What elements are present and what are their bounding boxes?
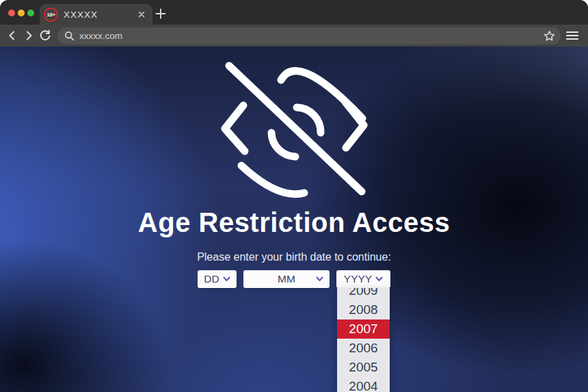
bookmark-star-icon[interactable] [544,30,555,42]
chevron-down-icon [375,276,383,282]
url-text: xxxxx.com [79,31,544,41]
menu-icon[interactable] [565,29,580,42]
close-tab-icon[interactable] [136,9,147,20]
search-icon [64,31,75,41]
year-option[interactable]: 2009 [337,288,390,300]
birthdate-form: DD MM YYYY [198,270,390,288]
month-select-value: MM [278,273,295,285]
back-icon[interactable] [5,29,19,42]
eye-slash-icon [224,65,364,202]
year-select-value: YYYY [344,273,372,285]
page-title: Age Restriction Access [138,207,450,238]
chevron-down-icon [223,276,230,282]
year-option[interactable]: 2005 [337,358,390,377]
day-select-value: DD [204,273,219,285]
browser-toolbar: xxxxx.com [0,25,588,47]
zoom-window-button[interactable] [27,10,34,16]
minimize-window-button[interactable] [18,10,25,16]
day-select[interactable]: DD [198,270,237,288]
year-option[interactable]: 2004 [337,377,390,392]
traffic-lights [8,10,34,16]
year-option[interactable]: 2006 [337,339,390,358]
year-dropdown-list: 2009 2008 2007 2006 2005 2004 [337,288,390,392]
close-window-button[interactable] [8,10,15,16]
chevron-down-icon [316,276,323,282]
page-background: Age Restriction Access Please enter your… [0,47,588,392]
page-subtitle: Please enter your birth date to continue… [197,250,391,264]
tab-bar: 18+ XXXXX [0,0,588,25]
browser-window: 18+ XXXXX xxxxx.com [0,0,588,392]
tab-title: XXXXX [64,10,136,20]
year-select[interactable]: YYYY [336,270,390,288]
age-badge-icon: 18+ [44,8,58,22]
browser-tab[interactable]: 18+ XXXXX [40,4,152,25]
new-tab-icon[interactable] [155,8,167,20]
forward-icon[interactable] [22,29,36,42]
reload-icon[interactable] [38,29,52,42]
year-option[interactable]: 2008 [337,300,390,319]
month-select[interactable]: MM [243,270,330,288]
year-option-selected[interactable]: 2007 [337,319,390,339]
address-bar[interactable]: xxxxx.com [57,27,561,44]
